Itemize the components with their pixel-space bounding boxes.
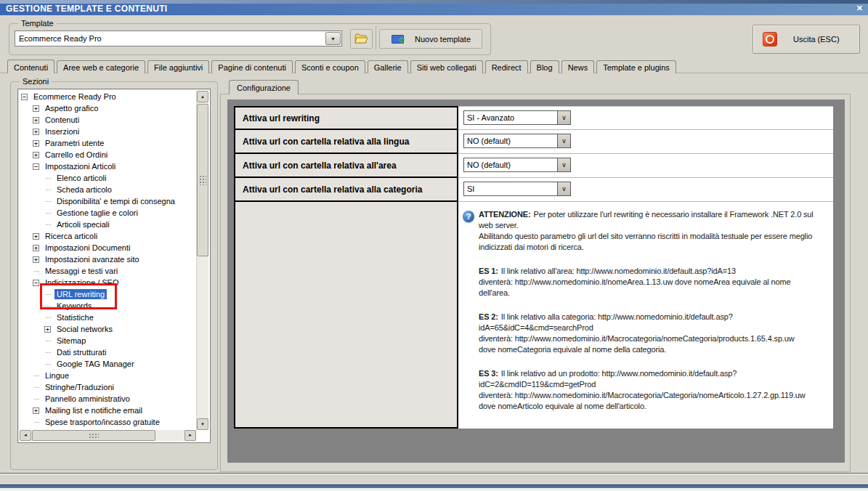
config-row-label: Attiva url con cartella relativa alla li… <box>234 130 458 154</box>
tree-item-messaggi-e-testi-vari[interactable]: Messaggi e testi vari <box>20 265 196 277</box>
tree-connector <box>46 213 51 214</box>
expand-icon[interactable]: + <box>33 140 39 147</box>
new-template-button[interactable]: + Nuovo template <box>379 29 482 49</box>
tree-item-impostazioni-avanzate-sito[interactable]: +Impostazioni avanzate sito <box>20 253 196 265</box>
tree-item-spese-trasporto-incasso-gratuite[interactable]: Spese trasporto/incasso gratuite <box>20 416 196 428</box>
close-icon[interactable]: ✕ <box>856 4 863 13</box>
tree-item-inserzioni[interactable]: +Inserzioni <box>20 126 196 137</box>
dropdown-attiva-url-con-cartella-relativa-all-area[interactable]: NO (default)∨ <box>463 158 571 172</box>
dropdown-value: NO (default) <box>464 134 557 147</box>
expand-icon[interactable]: + <box>33 152 39 158</box>
tree-connector <box>46 224 51 225</box>
tree-item-social-networks[interactable]: +Social networks <box>20 323 196 335</box>
tree-item-label: Scheda articolo <box>54 184 114 195</box>
tree-item-ricerca-articoli[interactable]: +Ricerca articoli <box>20 230 196 242</box>
tab-aree-web-e-categorie[interactable]: Aree web e categorie <box>57 60 145 73</box>
tree-item-parametri-utente[interactable]: +Parametri utente <box>20 137 196 149</box>
tab-redirect[interactable]: Redirect <box>485 60 528 73</box>
config-row-label: Attiva url con cartella relativa alla ca… <box>234 178 458 202</box>
tab-file-aggiuntivi[interactable]: File aggiuntivi <box>147 60 209 73</box>
tree-item-aspetto-grafico[interactable]: +Aspetto grafico <box>20 102 196 114</box>
open-template-button[interactable] <box>350 29 373 49</box>
horizontal-scroll-thumb[interactable] <box>32 430 155 441</box>
tab-configurazione[interactable]: Configurazione <box>229 80 299 94</box>
tab-pagine-di-contenuti[interactable]: Pagine di contenuti <box>211 60 293 73</box>
config-row-attiva-url-rewriting: Attiva url rewritingSI - Avanzato∨ <box>234 106 833 130</box>
tree-item-mailing-list-e-notifiche-email[interactable]: +Mailing list e notifiche email <box>20 405 196 416</box>
expand-icon[interactable]: + <box>33 256 39 263</box>
tree-item-gestione-taglie-e-colori[interactable]: Gestione taglie e colori <box>20 207 196 219</box>
attention-label: ATTENZIONE: <box>479 210 530 219</box>
tree-item-google-tag-manager[interactable]: Google TAG Manager <box>20 358 196 370</box>
tree-item-label: Pannello amministrativo <box>43 394 132 404</box>
collapse-icon[interactable]: − <box>21 94 28 100</box>
dropdown-arrow-icon[interactable]: ∨ <box>557 158 570 171</box>
tree-rows: −Ecommerce Ready Pro+Aspetto grafico+Con… <box>20 91 196 430</box>
collapse-icon[interactable]: − <box>33 280 39 286</box>
tree-item-disponibilita-e-tempi-di-consegna[interactable]: Disponibilita' e tempi di consegna <box>20 195 196 207</box>
expand-icon[interactable]: + <box>44 326 51 333</box>
tree-item-label: Gestione taglie e colori <box>54 208 140 218</box>
tree-item-contenuti[interactable]: +Contenuti <box>20 114 196 126</box>
tree-item-label: Articoli speciali <box>54 219 112 230</box>
tree-horizontal-scrollbar[interactable]: ◄ ► <box>20 430 196 441</box>
dropdown-arrow-icon[interactable]: ∨ <box>557 111 570 124</box>
tree-item-sitemap[interactable]: Sitemap <box>20 335 196 346</box>
tree-item-label: Sitemap <box>54 336 88 346</box>
tab-blog[interactable]: Blog <box>530 60 559 73</box>
tree-item-pannello-amministrativo[interactable]: Pannello amministrativo <box>20 393 196 405</box>
tree-item-articoli-speciali[interactable]: Articoli speciali <box>20 219 196 230</box>
tab-sconti-e-coupon[interactable]: Sconti e coupon <box>295 60 365 73</box>
example-paragraph-1: ES 1:Il link relativo all'area: http://w… <box>479 266 829 299</box>
scroll-left-icon[interactable]: ◄ <box>20 430 31 441</box>
config-row-value: NO (default)∨ <box>458 154 833 178</box>
scroll-up-icon[interactable]: ▲ <box>197 91 208 102</box>
bottom-white-strip <box>0 488 868 491</box>
example-paragraph-2: ES 2:Il link relativo alla categoria: ht… <box>479 312 829 355</box>
tree-item-elenco-articoli[interactable]: Elenco articoli <box>20 172 196 184</box>
dropdown-arrow-icon[interactable]: ∨ <box>557 182 570 195</box>
tab-template-e-plugins[interactable]: Template e plugins <box>596 60 676 73</box>
examples: ES 1:Il link relativo all'area: http://w… <box>479 266 829 412</box>
template-combobox[interactable]: Ecommerce Ready Pro ▼ <box>15 31 342 46</box>
expand-icon[interactable]: + <box>33 105 39 112</box>
dropdown-attiva-url-rewriting[interactable]: SI - Avanzato∨ <box>463 110 571 125</box>
dropdown-attiva-url-con-cartella-relativa-alla-categoria[interactable]: SI∨ <box>463 182 571 196</box>
tree-item-impostazioni-articoli[interactable]: −Impostazioni Articoli <box>20 161 196 172</box>
tab-contenuti[interactable]: Contenuti <box>7 60 54 73</box>
config-row-value: SI - Avanzato∨ <box>458 106 833 130</box>
tree-item-label: Ricerca articoli <box>43 231 100 241</box>
vertical-scroll-thumb[interactable] <box>197 104 208 256</box>
bottom-gray-strip <box>0 474 868 484</box>
combo-dropdown-arrow-icon[interactable]: ▼ <box>325 32 341 45</box>
tree-item-label: Contenuti <box>43 115 81 125</box>
expand-icon[interactable]: + <box>33 233 39 240</box>
tab-siti-web-collegati[interactable]: Siti web collegati <box>410 60 483 73</box>
tree-item-statistiche[interactable]: Statistiche <box>20 312 196 323</box>
scroll-right-icon[interactable]: ► <box>184 430 196 441</box>
expand-icon[interactable]: + <box>33 117 39 123</box>
dropdown-arrow-icon[interactable]: ∨ <box>557 134 570 147</box>
tree-item-label: Impostazioni avanzate sito <box>43 254 142 264</box>
tree-item-label: Ecommerce Ready Pro <box>31 92 118 102</box>
tree-item-impostazioni-documenti[interactable]: +Impostazioni Documenti <box>20 242 196 253</box>
expand-icon[interactable]: + <box>33 407 39 414</box>
tree-vertical-scrollbar[interactable]: ▲ ▼ <box>196 91 208 430</box>
tree-item-stringhe-traduzioni[interactable]: Stringhe/Traduzioni <box>20 381 196 393</box>
expand-icon[interactable]: + <box>33 129 39 135</box>
scroll-down-icon[interactable]: ▼ <box>197 418 208 430</box>
expand-icon[interactable]: + <box>33 245 39 251</box>
dropdown-attiva-url-con-cartella-relativa-alla-lingua[interactable]: NO (default)∨ <box>463 134 571 148</box>
tab-gallerie[interactable]: Gallerie <box>368 60 408 73</box>
exit-button[interactable]: Uscita (ESC) <box>753 25 860 54</box>
tree-item-label: Disponibilita' e tempi di consegna <box>54 196 177 206</box>
tree-item-scheda-articolo[interactable]: Scheda articolo <box>20 184 196 195</box>
tree-item-ecommerce-ready-pro[interactable]: −Ecommerce Ready Pro <box>20 91 196 102</box>
tab-news[interactable]: News <box>561 60 595 73</box>
tree-item-carrello-ed-ordini[interactable]: +Carrello ed Ordini <box>20 149 196 161</box>
tree-item-lingue[interactable]: Lingue <box>20 370 196 381</box>
collapse-icon[interactable]: − <box>33 163 39 170</box>
toolbar-separator <box>376 26 376 49</box>
config-row-attiva-url-con-cartella-relativa-alla-categoria: Attiva url con cartella relativa alla ca… <box>234 178 833 202</box>
tree-item-dati-strutturati[interactable]: Dati strutturati <box>20 346 196 358</box>
